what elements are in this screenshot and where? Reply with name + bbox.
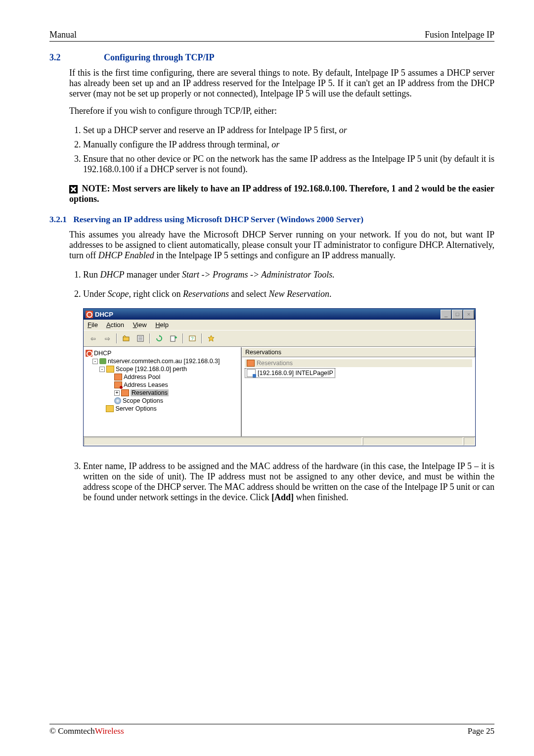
up-folder-button[interactable] xyxy=(120,332,133,344)
li2-text: Manually configure the IP address throug… xyxy=(83,140,271,149)
folder-icon xyxy=(106,366,114,373)
sec32-p2: Therefore if you wish to configure throu… xyxy=(69,106,494,116)
expand-icon-3[interactable]: + xyxy=(114,390,120,396)
tree-address-pool[interactable]: Address Pool xyxy=(114,373,239,381)
page-footer: © CommtechWireless Page 25 xyxy=(49,724,494,736)
tree-address-leases[interactable]: Address Leases xyxy=(114,381,239,389)
tree-scope[interactable]: - Scope [192.168.0.0] perth xyxy=(99,365,239,373)
header-right: Fusion Intelpage IP xyxy=(425,30,494,40)
dhcp-app-icon xyxy=(86,311,93,318)
tree-leases-label: Address Leases xyxy=(124,381,168,388)
properties-button[interactable] xyxy=(134,332,147,344)
pool-icon xyxy=(114,374,122,380)
maximize-button[interactable]: □ xyxy=(452,310,463,319)
s2b: Scope xyxy=(107,289,129,299)
step2: Under Scope, right click on Reservations… xyxy=(83,289,494,299)
titlebar[interactable]: DHCP _ □ × xyxy=(84,309,475,320)
sec321-p1: This assumes you already have the Micros… xyxy=(69,230,494,261)
footer-brand: Wireless xyxy=(95,726,124,736)
sec32-list: Set up a DHCP server and reserve an IP a… xyxy=(69,125,494,175)
note-text: NOTE: Most servers are likely to have an… xyxy=(69,184,494,204)
server-options-icon xyxy=(106,405,114,412)
li1-or: or xyxy=(339,125,347,135)
section-3-2-1-heading: 3.2.1 Reserving an IP address using Micr… xyxy=(49,214,494,225)
s1d: Start -> Programs -> Administrator Tools… xyxy=(182,270,335,280)
sec32-li1: Set up a DHCP server and reserve an IP a… xyxy=(83,125,494,136)
steps-list: Run DHCP manager under Start -> Programs… xyxy=(69,270,494,299)
steps-list-continued: Enter name, IP address to be assigned an… xyxy=(69,461,494,503)
sec-num: 3.2 xyxy=(49,52,104,63)
tree-pool-label: Address Pool xyxy=(124,374,160,380)
s2e: and select xyxy=(229,289,268,299)
menu-help[interactable]: Help xyxy=(155,321,169,329)
server-icon xyxy=(99,358,106,364)
tree-server-label: ntserver.commtech.com.au [192.168.0.3] xyxy=(108,358,220,365)
tree-root[interactable]: DHCP xyxy=(86,349,239,357)
action-button[interactable] xyxy=(205,332,218,344)
sec32-li3: Ensure that no other device or PC on the… xyxy=(83,154,494,175)
page-header: Manual Fusion Intelpage IP xyxy=(49,30,494,42)
li2-or: or xyxy=(271,140,279,149)
sec32-p1: If this is the first time configuring, t… xyxy=(69,68,494,99)
dhcp-window: DHCP _ □ × File Action View Help ⇦ ⇨ xyxy=(83,308,476,446)
li1-text: Set up a DHCP server and reserve an IP a… xyxy=(83,125,339,135)
row-item-label: [192.168.0.9] INTELPageIP xyxy=(258,370,333,377)
p1i: DHCP Enabled xyxy=(98,250,154,260)
export-button[interactable] xyxy=(167,332,180,344)
close-button[interactable]: × xyxy=(463,310,474,319)
tree-scope-options[interactable]: Scope Options xyxy=(114,397,239,405)
tree-server[interactable]: - ntserver.commtech.com.au [192.168.0.3] xyxy=(92,357,239,365)
forward-button[interactable]: ⇨ xyxy=(101,332,114,344)
list-row-category[interactable]: Reservations xyxy=(245,359,472,367)
p1b: in the Intelpage IP 5 settings and confi… xyxy=(154,250,396,260)
status-cell-3 xyxy=(464,437,475,445)
tree-sopt-label: Scope Options xyxy=(123,397,163,404)
tree-server-options[interactable]: Server Options xyxy=(99,405,239,413)
tree-pane[interactable]: DHCP - ntserver.commtech.com.au [192.168… xyxy=(84,347,242,436)
toolbar-separator xyxy=(116,333,117,343)
list-row-item[interactable]: [192.168.0.9] INTELPageIP xyxy=(245,368,335,378)
menu-action[interactable]: Action xyxy=(106,321,124,329)
help-button[interactable]: ? xyxy=(186,332,199,344)
s2f: New Reservation xyxy=(268,289,329,299)
step1: Run DHCP manager under Start -> Programs… xyxy=(83,270,494,280)
svg-rect-5 xyxy=(171,336,175,341)
toolbar: ⇦ ⇨ ? xyxy=(84,330,475,347)
window-buttons: _ □ × xyxy=(441,310,474,319)
tree-reservations[interactable]: + Reservations xyxy=(114,389,239,397)
footer-left: © CommtechWireless xyxy=(49,726,124,736)
toolbar-separator-4 xyxy=(201,333,202,343)
back-button[interactable]: ⇦ xyxy=(87,332,99,344)
minimize-button[interactable]: _ xyxy=(441,310,451,319)
toolbar-separator-3 xyxy=(182,333,183,343)
row-reservations-label: Reservations xyxy=(257,360,293,367)
tree-res-label: Reservations xyxy=(131,389,169,396)
menu-view[interactable]: View xyxy=(133,321,147,329)
footer-page: Page 25 xyxy=(468,726,494,736)
s2c: , right click on xyxy=(129,289,182,299)
refresh-button[interactable] xyxy=(153,332,166,344)
scope-options-icon xyxy=(114,397,121,404)
expand-icon[interactable]: - xyxy=(92,359,98,364)
status-cell-2 xyxy=(363,437,463,445)
row-item-icon xyxy=(247,369,256,377)
column-header-reservations[interactable]: Reservations xyxy=(242,347,475,357)
status-cell-1 xyxy=(84,437,362,445)
tree-scope-label: Scope [192.168.0.0] perth xyxy=(116,366,187,373)
s2a: Under xyxy=(83,289,107,299)
menu-file[interactable]: File xyxy=(88,321,98,329)
sec-title: Configuring through TCP/IP xyxy=(104,52,214,62)
content-panes: DHCP - ntserver.commtech.com.au [192.168… xyxy=(84,347,475,436)
dhcp-root-icon xyxy=(86,350,92,357)
leases-icon xyxy=(114,381,122,388)
step3: Enter name, IP address to be assigned an… xyxy=(83,461,494,503)
expand-icon-2[interactable]: - xyxy=(99,367,105,372)
svg-rect-0 xyxy=(123,337,129,341)
s2g: . xyxy=(329,289,332,299)
list-body[interactable]: Reservations [192.168.0.9] INTELPageIP xyxy=(242,357,475,436)
sec32-li2: Manually configure the IP address throug… xyxy=(83,140,494,150)
statusbar xyxy=(84,436,475,446)
titlebar-left: DHCP xyxy=(86,311,113,318)
section-3-2-heading: 3.2Configuring through TCP/IP xyxy=(49,52,494,63)
s1a: Run xyxy=(83,270,100,280)
